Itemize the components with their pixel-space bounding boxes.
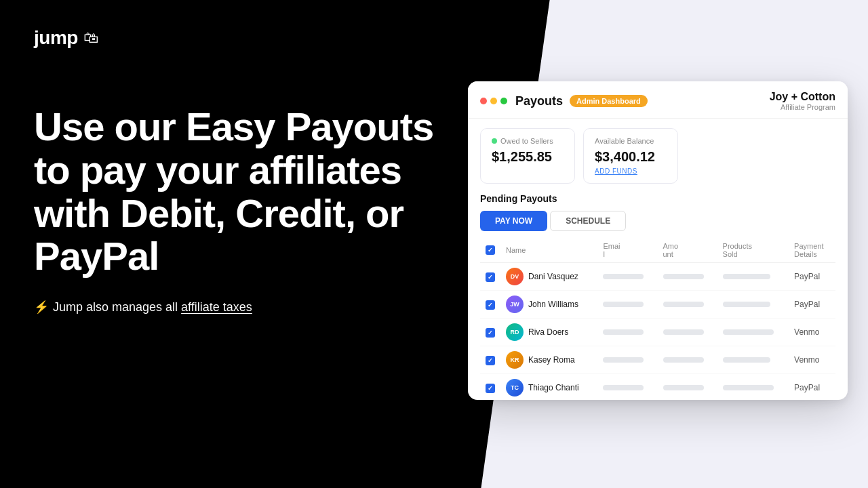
payment-method: PayPal <box>789 263 835 291</box>
products-placeholder <box>723 385 774 390</box>
email-placeholder <box>603 302 644 307</box>
payment-method: PayPal <box>789 374 835 401</box>
person-name: Dani Vasquez <box>528 272 578 281</box>
email-placeholder <box>603 329 644 335</box>
col-payment: PaymentDetails <box>789 238 835 263</box>
balance-value: $3,400.12 <box>595 149 667 165</box>
window-titlebar: Payouts Admin Dashboard Joy + Cotton Aff… <box>468 81 848 119</box>
dot-red <box>480 98 487 104</box>
schedule-tab[interactable]: SCHEDULE <box>550 211 626 231</box>
row-checkbox[interactable] <box>486 384 495 393</box>
pay-now-tab[interactable]: PAY NOW <box>480 211 547 231</box>
owed-label: Owed to Sellers <box>492 137 564 145</box>
balance-label: Available Balance <box>595 137 667 145</box>
amount-placeholder <box>663 385 704 390</box>
email-placeholder <box>603 385 644 390</box>
available-balance-card: Available Balance $3,400.12 ADD FUNDS <box>583 128 678 184</box>
products-placeholder <box>723 357 770 363</box>
stats-area: Owed to Sellers $1,255.85 Available Bala… <box>468 119 848 190</box>
col-name: Name <box>500 238 597 263</box>
email-placeholder <box>603 274 644 279</box>
tagline: ⚡ Jump also manages all affiliate taxes <box>34 300 441 314</box>
payouts-title: Payouts <box>515 94 563 108</box>
avatar: JW <box>506 296 524 313</box>
products-placeholder <box>723 302 770 307</box>
table-row: TC Thiago Chanti PayPal <box>480 374 835 401</box>
col-amount: Amount <box>658 238 717 263</box>
person-name: Thiago Chanti <box>528 383 579 392</box>
pending-section: Pending Payouts PAY NOW SCHEDULE Name Em… <box>468 190 848 400</box>
tab-row: PAY NOW SCHEDULE <box>480 211 835 231</box>
payment-method: Venmo <box>789 346 835 374</box>
tagline-icon: ⚡ <box>34 300 49 314</box>
payment-method: Venmo <box>789 319 835 346</box>
products-placeholder <box>723 274 770 279</box>
brand-sub: Affiliate Program <box>770 103 835 111</box>
table-row: JW John Williams PayPal <box>480 291 835 319</box>
headline-area: Use our Easy Payouts to pay your affilia… <box>34 105 441 314</box>
dot-yellow <box>490 98 497 104</box>
person-name: John Williams <box>528 300 578 309</box>
pending-title: Pending Payouts <box>480 193 835 204</box>
add-funds-link[interactable]: ADD FUNDS <box>595 167 667 175</box>
col-checkbox <box>480 238 500 263</box>
dot-green <box>500 98 507 104</box>
table-row: DV Dani Vasquez PayPal <box>480 263 835 291</box>
tagline-text: Jump also manages all affiliate taxes <box>53 300 252 314</box>
brand-name: Joy + Cotton <box>770 91 835 103</box>
payment-method: PayPal <box>789 291 835 319</box>
person-name: Riva Doers <box>528 327 568 337</box>
email-placeholder <box>603 357 644 363</box>
owed-sellers-card: Owed to Sellers $1,255.85 <box>480 128 575 184</box>
amount-placeholder <box>663 274 704 279</box>
row-checkbox[interactable] <box>486 300 495 310</box>
table-row: KR Kasey Roma Venmo <box>480 346 835 374</box>
owed-value: $1,255.85 <box>492 149 564 165</box>
payout-table: Name Email Amount ProductsSold PaymentDe… <box>480 238 835 400</box>
avatar: KR <box>506 351 524 369</box>
name-cell: RD Riva Doers <box>506 323 592 341</box>
name-cell: DV Dani Vasquez <box>506 268 592 285</box>
table-row: RD Riva Doers Venmo <box>480 319 835 346</box>
products-placeholder <box>723 329 774 335</box>
table-body: DV Dani Vasquez PayPal JW Joh <box>480 263 835 401</box>
headline-text: Use our Easy Payouts to pay your affilia… <box>34 105 441 278</box>
logo-area: jump 🛍 <box>34 27 98 49</box>
col-products: ProductsSold <box>717 238 789 263</box>
col-email: Email <box>597 238 657 263</box>
name-cell: JW John Williams <box>506 296 592 313</box>
window-title-section: Payouts Admin Dashboard <box>515 94 764 108</box>
table-header: Name Email Amount ProductsSold PaymentDe… <box>480 238 835 263</box>
admin-badge: Admin Dashboard <box>570 95 648 107</box>
row-checkbox[interactable] <box>486 356 495 365</box>
avatar: RD <box>506 323 524 341</box>
amount-placeholder <box>663 302 704 307</box>
header-checkbox[interactable] <box>486 245 495 255</box>
name-cell: KR Kasey Roma <box>506 351 592 369</box>
logo-text: jump <box>34 27 78 49</box>
amount-placeholder <box>663 357 704 363</box>
window-dots <box>480 98 507 104</box>
person-name: Kasey Roma <box>528 355 575 365</box>
stat-dot-green <box>492 138 497 144</box>
avatar: TC <box>506 379 524 396</box>
row-checkbox[interactable] <box>486 272 495 282</box>
name-cell: TC Thiago Chanti <box>506 379 592 396</box>
avatar: DV <box>506 268 524 285</box>
dashboard-window: Payouts Admin Dashboard Joy + Cotton Aff… <box>468 81 848 400</box>
brand-info: Joy + Cotton Affiliate Program <box>770 91 835 111</box>
row-checkbox[interactable] <box>486 328 495 338</box>
logo-icon: 🛍 <box>83 29 98 47</box>
amount-placeholder <box>663 329 704 335</box>
